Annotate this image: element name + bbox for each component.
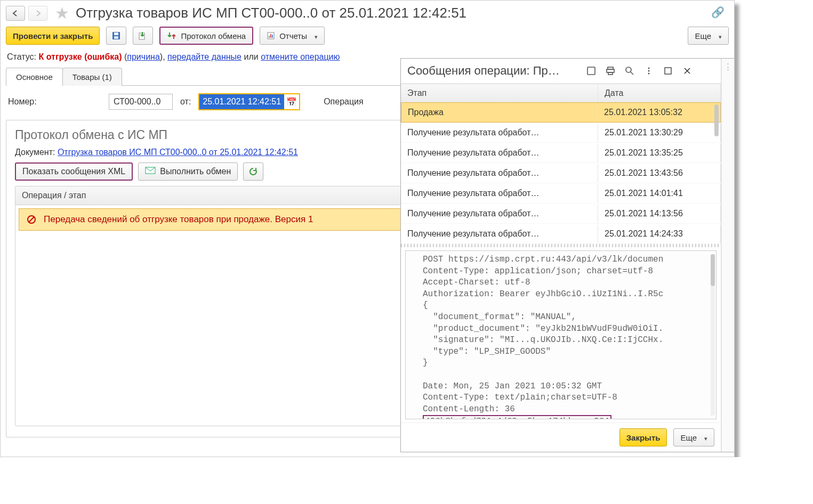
document-link[interactable]: Отгрузка товаров ИС МП СТ00-000..0 от 25… (58, 148, 298, 157)
panel-search-icon[interactable] (624, 65, 635, 77)
svg-point-19 (648, 70, 650, 72)
status-label: Статус: (7, 52, 36, 61)
svg-rect-12 (589, 68, 593, 70)
status-action-cancel[interactable]: отмените операцию (261, 52, 340, 61)
grid-cell-date: 25.01.2021 13:35:25 (598, 144, 721, 162)
panel-menu-icon[interactable] (643, 65, 655, 77)
exchange-protocol-button[interactable]: Протокол обмена (159, 27, 253, 45)
page-title: Отгрузка товаров ИС МП СТ00-000..0 от 25… (76, 5, 466, 21)
do-exchange-label: Выполнить обмен (160, 167, 231, 176)
save-button[interactable] (106, 27, 126, 45)
grid-cell-date: 25.01.2021 14:24:33 (598, 225, 721, 243)
grid-row[interactable]: Получение результата обработ…25.01.2021 … (401, 143, 721, 163)
grid-cell-date: 25.01.2021 14:13:56 (598, 205, 721, 223)
messages-panel: Сообщения операции: Пр… Этап Дата Продаж… (400, 58, 734, 452)
svg-rect-2 (114, 36, 118, 39)
svg-rect-15 (608, 72, 613, 75)
status-action-send[interactable]: передайте данные (167, 52, 242, 61)
svg-point-16 (626, 67, 631, 72)
panel-save-icon[interactable] (585, 65, 597, 77)
col-stage-header[interactable]: Этап (401, 84, 598, 102)
svg-point-18 (648, 68, 650, 69)
more-button-top[interactable]: Еще (688, 27, 729, 45)
nav-fwd-button[interactable] (28, 6, 47, 21)
grid-row[interactable]: Получение результата обработ…25.01.2021 … (401, 183, 721, 204)
status-or: или (244, 52, 258, 61)
svg-point-20 (648, 73, 650, 75)
number-label: Номер: (8, 97, 101, 107)
svg-rect-1 (114, 32, 118, 35)
grid-row[interactable]: Получение результата обработ…25.01.2021 … (401, 123, 721, 143)
date-value: 25.01.2021 12:42:51 (199, 94, 284, 109)
grid-scrollbar[interactable] (714, 104, 719, 136)
svg-line-17 (631, 72, 633, 75)
svg-rect-5 (269, 36, 270, 38)
reports-label: Отчеты (279, 31, 307, 40)
post-button[interactable] (133, 27, 153, 45)
col-date-header[interactable]: Дата (598, 84, 721, 102)
panel-side-handle[interactable]: ⋮⋮ (724, 62, 742, 71)
grid-cell-stage: Получение результата обработ… (401, 184, 598, 202)
tab-goods[interactable]: Товары (1) (62, 68, 122, 86)
svg-rect-21 (665, 68, 671, 74)
ban-icon (27, 215, 36, 224)
envelope-icon (145, 167, 156, 176)
grid-cell-stage: Получение результата обработ… (401, 144, 598, 162)
date-input[interactable]: 25.01.2021 12:42:51 📅 (198, 93, 300, 110)
from-label: от: (180, 97, 191, 107)
grid-cell-stage: Продажа (401, 103, 598, 121)
svg-line-10 (29, 217, 34, 222)
status-value: К отгрузке (ошибка) (38, 52, 122, 61)
grid-cell-stage: Получение результата обработ… (401, 205, 598, 223)
grid-cell-date: 25.01.2021 13:05:32 (598, 103, 720, 121)
grid-cell-date: 25.01.2021 13:43:56 (598, 164, 721, 182)
grid-row[interactable]: Получение результата обработ…25.01.2021 … (401, 204, 721, 224)
svg-rect-6 (270, 34, 271, 38)
favorite-star-icon[interactable]: ★ (55, 4, 69, 22)
raw-scrollbar[interactable] (711, 254, 715, 416)
panel-more-button[interactable]: Еще (673, 428, 714, 446)
grid-row[interactable]: Получение результата обработ…25.01.2021 … (401, 163, 721, 183)
op-row-text: Передача сведений об отгрузке товаров пр… (44, 214, 313, 225)
grid-cell-date: 25.01.2021 14:01:41 (598, 184, 721, 202)
calendar-icon[interactable]: 📅 (284, 97, 299, 107)
do-exchange-button[interactable]: Выполнить обмен (138, 162, 238, 181)
panel-print-icon[interactable] (605, 65, 616, 77)
nav-back-button[interactable] (6, 6, 25, 21)
grid-cell-date: 25.01.2021 13:30:29 (598, 124, 721, 142)
panel-more-label: Еще (680, 433, 697, 442)
post-and-close-button[interactable]: Провести и закрыть (6, 27, 100, 45)
operation-label: Операция (324, 97, 364, 107)
status-reason-link[interactable]: причина (127, 52, 160, 61)
show-xml-button[interactable]: Показать сообщения XML (15, 162, 133, 181)
document-label: Документ: (15, 148, 55, 157)
refresh-button[interactable] (243, 162, 263, 181)
reports-button[interactable]: Отчеты (260, 27, 325, 45)
messages-grid: Этап Дата Продажа25.01.2021 13:05:32Полу… (401, 84, 721, 244)
link-icon[interactable]: 🔗 (711, 6, 725, 19)
panel-close-button[interactable]: Закрыть (619, 428, 667, 446)
panel-title: Сообщения операции: Пр… (407, 64, 578, 78)
grid-cell-stage: Получение результата обработ… (401, 164, 598, 182)
grid-cell-stage: Получение результата обработ… (401, 225, 598, 243)
raw-highlight: 406b8bcf-d791-4d69-a5be-174bb...a364 (423, 415, 611, 419)
grid-cell-stage: Получение результата обработ… (401, 124, 598, 142)
exchange-protocol-label: Протокол обмена (181, 31, 246, 40)
more-label: Еще (695, 31, 711, 40)
svg-rect-14 (607, 69, 614, 72)
number-input[interactable]: СТ00-000..0 (109, 94, 173, 110)
svg-rect-7 (272, 35, 273, 38)
grid-row[interactable]: Получение результата обработ…25.01.2021 … (401, 224, 721, 244)
panel-max-icon[interactable] (662, 65, 674, 77)
tab-main[interactable]: Основное (6, 68, 63, 86)
raw-message-box[interactable]: POST https://ismp.crpt.ru:443/api/v3/lk/… (405, 250, 717, 419)
panel-close-icon[interactable] (681, 65, 693, 77)
grid-row[interactable]: Продажа25.01.2021 13:05:32 (401, 102, 721, 123)
